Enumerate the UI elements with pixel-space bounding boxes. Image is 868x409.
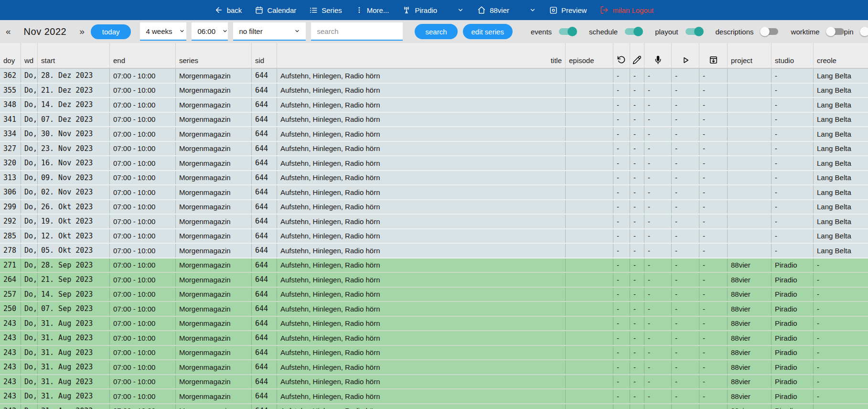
- cell-record[interactable]: -: [644, 244, 672, 258]
- table-row[interactable]: 285 Do, 12. Okt 2023 07:00 - 10:00 Morge…: [0, 229, 868, 244]
- toggle-switch[interactable]: [625, 28, 642, 35]
- nav-calendar[interactable]: Calendar: [255, 6, 296, 14]
- cell-undo[interactable]: -: [613, 346, 630, 360]
- table-row[interactable]: 243 Do, 31. Aug 2023 07:00 - 10:00 Morge…: [0, 317, 868, 332]
- cell-record[interactable]: -: [644, 142, 672, 156]
- cell-record[interactable]: -: [644, 229, 672, 243]
- cell-record[interactable]: -: [644, 302, 672, 316]
- column-header-studio[interactable]: studio: [772, 43, 814, 68]
- cell-record[interactable]: -: [644, 389, 672, 403]
- cell-archive[interactable]: -: [699, 84, 728, 97]
- cell-play[interactable]: -: [672, 69, 699, 83]
- cell-play[interactable]: -: [672, 244, 699, 258]
- chevron-down-icon[interactable]: [457, 7, 464, 13]
- cell-play[interactable]: -: [672, 273, 699, 287]
- column-header-edit[interactable]: [630, 43, 644, 68]
- cell-undo[interactable]: -: [613, 127, 630, 141]
- cell-record[interactable]: -: [644, 404, 672, 409]
- table-row[interactable]: 341 Do, 07. Dez 2023 07:00 - 10:00 Morge…: [0, 113, 868, 128]
- cell-record[interactable]: -: [644, 156, 672, 170]
- column-header-wd[interactable]: wd: [21, 43, 38, 68]
- table-row[interactable]: 355 Do, 21. Dez 2023 07:00 - 10:00 Morge…: [0, 84, 868, 98]
- cell-archive[interactable]: -: [699, 171, 728, 185]
- cell-archive[interactable]: -: [699, 156, 728, 170]
- toggle-switch[interactable]: [686, 28, 703, 35]
- cell-archive[interactable]: -: [699, 69, 728, 83]
- cell-undo[interactable]: -: [613, 258, 630, 272]
- cell-play[interactable]: -: [672, 84, 699, 97]
- cell-edit[interactable]: -: [630, 317, 644, 331]
- table-row[interactable]: 292 Do, 19. Okt 2023 07:00 - 10:00 Morge…: [0, 215, 868, 229]
- nav-preview[interactable]: Preview: [549, 6, 587, 14]
- cell-edit[interactable]: -: [630, 258, 644, 272]
- cell-edit[interactable]: -: [630, 142, 644, 156]
- toggle-switch[interactable]: [559, 28, 576, 35]
- cell-edit[interactable]: -: [630, 171, 644, 185]
- cell-archive[interactable]: -: [699, 375, 728, 389]
- cell-undo[interactable]: -: [613, 331, 630, 345]
- nav-station-piradio[interactable]: Piradio: [402, 6, 464, 14]
- table-row[interactable]: 243 Do, 31. Aug 2023 07:00 - 10:00 Morge…: [0, 360, 868, 375]
- cell-play[interactable]: -: [672, 113, 699, 127]
- cell-undo[interactable]: -: [613, 171, 630, 185]
- cell-play[interactable]: -: [672, 404, 699, 409]
- cell-archive[interactable]: -: [699, 258, 728, 272]
- cell-undo[interactable]: -: [613, 288, 630, 301]
- cell-play[interactable]: -: [672, 331, 699, 345]
- filter-select[interactable]: no filter: [233, 22, 306, 41]
- time-select[interactable]: 06:00: [192, 22, 228, 41]
- cell-undo[interactable]: -: [613, 215, 630, 228]
- table-row[interactable]: 320 Do, 16. Nov 2023 07:00 - 10:00 Morge…: [0, 156, 868, 171]
- cell-edit[interactable]: -: [630, 331, 644, 345]
- table-row[interactable]: 334 Do, 30. Nov 2023 07:00 - 10:00 Morge…: [0, 127, 868, 142]
- cell-play[interactable]: -: [672, 185, 699, 199]
- table-row[interactable]: 243 Do, 31. Aug 2023 07:00 - 10:00 Morge…: [0, 331, 868, 346]
- column-header-play[interactable]: [672, 43, 699, 68]
- cell-record[interactable]: -: [644, 84, 672, 97]
- table-row[interactable]: 299 Do, 26. Okt 2023 07:00 - 10:00 Morge…: [0, 200, 868, 215]
- column-header-sid[interactable]: sid: [252, 43, 277, 68]
- column-header-undo[interactable]: [613, 43, 630, 68]
- table-row[interactable]: 243 Do, 31. Aug 2023 07:00 - 10:00 Morge…: [0, 375, 868, 390]
- cell-edit[interactable]: -: [630, 389, 644, 403]
- cell-record[interactable]: -: [644, 98, 672, 112]
- cell-archive[interactable]: -: [699, 317, 728, 331]
- cell-archive[interactable]: -: [699, 127, 728, 141]
- cell-edit[interactable]: -: [630, 229, 644, 243]
- cell-record[interactable]: -: [644, 360, 672, 374]
- cell-edit[interactable]: -: [630, 273, 644, 287]
- toggle-switch[interactable]: [861, 28, 868, 35]
- search-button[interactable]: search: [415, 24, 457, 39]
- cell-record[interactable]: -: [644, 288, 672, 301]
- cell-undo[interactable]: -: [613, 273, 630, 287]
- cell-record[interactable]: -: [644, 200, 672, 214]
- cell-record[interactable]: -: [644, 69, 672, 83]
- cell-archive[interactable]: -: [699, 200, 728, 214]
- today-button[interactable]: today: [91, 24, 131, 39]
- cell-edit[interactable]: -: [630, 360, 644, 374]
- cell-undo[interactable]: -: [613, 302, 630, 316]
- cell-edit[interactable]: -: [630, 244, 644, 258]
- toggle-switch[interactable]: [761, 28, 778, 35]
- cell-record[interactable]: -: [644, 113, 672, 127]
- cell-undo[interactable]: -: [613, 375, 630, 389]
- cell-archive[interactable]: -: [699, 185, 728, 199]
- cell-archive[interactable]: -: [699, 346, 728, 360]
- cell-play[interactable]: -: [672, 229, 699, 243]
- column-header-start[interactable]: start: [38, 43, 110, 68]
- cell-undo[interactable]: -: [613, 98, 630, 112]
- column-header-archive[interactable]: [699, 43, 728, 68]
- cell-undo[interactable]: -: [613, 389, 630, 403]
- cell-play[interactable]: -: [672, 302, 699, 316]
- edit-series-button[interactable]: edit series: [463, 24, 513, 39]
- nav-project-88vier[interactable]: 88vier: [477, 6, 536, 14]
- nav-more[interactable]: More...: [355, 6, 389, 14]
- cell-edit[interactable]: -: [630, 185, 644, 199]
- column-header-doy[interactable]: doy: [0, 43, 21, 68]
- cell-play[interactable]: -: [672, 288, 699, 301]
- cell-play[interactable]: -: [672, 127, 699, 141]
- cell-play[interactable]: -: [672, 200, 699, 214]
- next-month-button[interactable]: »: [78, 26, 86, 37]
- cell-play[interactable]: -: [672, 215, 699, 228]
- cell-record[interactable]: -: [644, 171, 672, 185]
